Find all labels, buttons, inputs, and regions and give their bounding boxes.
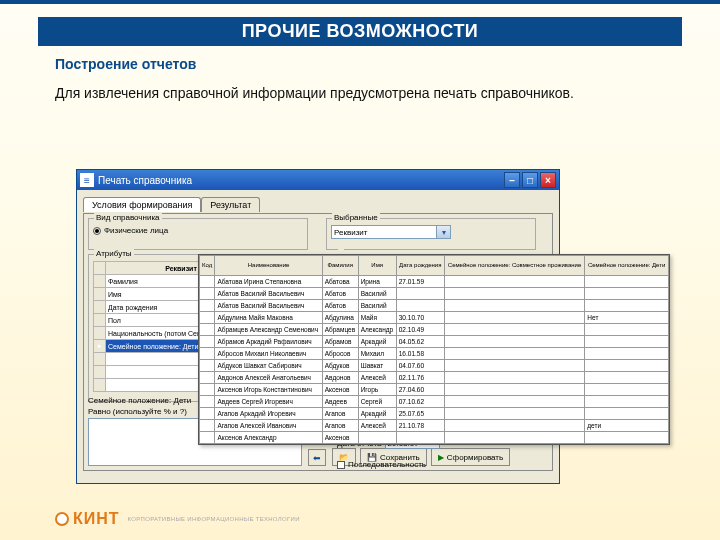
window-title: Печать справочника (98, 175, 192, 186)
result-row[interactable]: Аксенов Игорь КонстантиновичАксеновИгорь… (200, 384, 669, 396)
minimize-button[interactable]: – (504, 172, 520, 188)
titlebar[interactable]: ≡ Печать справочника – □ × (77, 170, 559, 190)
chart-type-group: Вид справочника Физические лица (88, 218, 308, 250)
result-grid-overlay: КодНаименованиеФамилияИмяДата рожденияСе… (198, 254, 670, 445)
tab-result[interactable]: Результат (201, 197, 260, 212)
result-row[interactable]: Абрамцев Александр СеменовичАбрамцевАлек… (200, 324, 669, 336)
result-row[interactable]: Абрамов Аркадий РафаиловичАбрамовАркадий… (200, 336, 669, 348)
app-icon: ≡ (80, 173, 94, 187)
result-row[interactable]: Агапов Аркадий ИгоревичАгаповАркадий25.0… (200, 408, 669, 420)
result-row[interactable]: Абатов Василий ВасильевичАбатовВасилий (200, 288, 669, 300)
result-row[interactable]: Агапов Алексей ИвановичАгаповАлексей21.1… (200, 420, 669, 432)
selected-dropdown[interactable]: Реквизит (331, 225, 451, 239)
radio-phys[interactable]: Физические лица (93, 226, 303, 235)
page-subtitle: Построение отчетов (55, 56, 720, 72)
result-row[interactable]: Авдонов Алексей АнатольевичАвдоновАлексе… (200, 372, 669, 384)
page-header: ПРОЧИЕ ВОЗМОЖНОСТИ (38, 17, 682, 46)
result-row[interactable]: Абдулина Майя МаковнаАбдулинаМайя30.10.7… (200, 312, 669, 324)
reorder-group: Выбранные Реквизит (326, 218, 536, 250)
cond-remove-button[interactable]: ⬅ (308, 449, 326, 466)
result-grid[interactable]: КодНаименованиеФамилияИмяДата рожденияСе… (199, 255, 669, 444)
result-row[interactable]: Абатов Василий ВасильевичАбатовВасилий (200, 300, 669, 312)
chart-type-legend: Вид справочника (94, 213, 162, 222)
tab-conditions[interactable]: Условия формирования (83, 197, 201, 212)
close-button[interactable]: × (540, 172, 556, 188)
maximize-button[interactable]: □ (522, 172, 538, 188)
result-row[interactable]: Авдеев Сергей ИгоревичАвдеевСергей07.10.… (200, 396, 669, 408)
result-row[interactable]: Абдуков Шавкат СабировичАбдуковШавкат04.… (200, 360, 669, 372)
result-row[interactable]: Абатова Ирина СтепановнаАбатоваИрина27.0… (200, 276, 669, 288)
attributes-legend: Атрибуты (94, 249, 134, 258)
logo-icon (55, 512, 69, 526)
result-row[interactable]: Аксенов АлександрАксенов (200, 432, 669, 444)
brand-logo: КИНТ КОРПОРАТИВНЫЕ ИНФОРМАЦИОННЫЕ ТЕХНОЛ… (55, 510, 300, 528)
page-description: Для извлечения справочной информации пре… (55, 84, 665, 103)
check-sequence[interactable]: Последовательность (337, 460, 543, 469)
tab-bar: Условия формирования Результат (83, 196, 553, 211)
reorder-legend: Выбранные (332, 213, 380, 222)
result-row[interactable]: Абросов Михаил НиколаевичАбросовМихаил16… (200, 348, 669, 360)
